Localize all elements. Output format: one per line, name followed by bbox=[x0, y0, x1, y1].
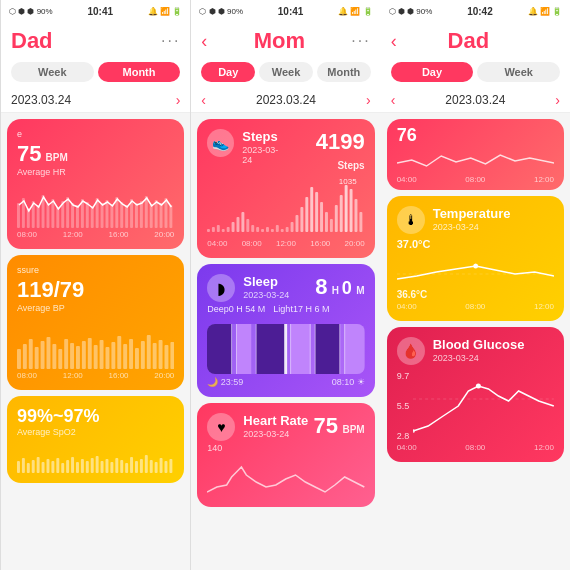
hr-mini-card-3: 76 04:00 08:00 12:00 bbox=[387, 119, 564, 190]
bp-chart-1 bbox=[17, 319, 174, 369]
svg-rect-86 bbox=[150, 460, 153, 473]
svg-rect-105 bbox=[276, 225, 279, 232]
svg-rect-27 bbox=[150, 204, 153, 228]
tab-week-3[interactable]: Week bbox=[477, 62, 560, 82]
hr-label-1: e bbox=[17, 129, 68, 139]
tab-bar-3: Day Week bbox=[381, 58, 570, 88]
svg-rect-36 bbox=[41, 341, 45, 369]
steps-date-2: 2023-03-24 bbox=[242, 145, 286, 165]
app-header-1: Dad ··· bbox=[1, 22, 190, 58]
bg-mid-3: 5.5 bbox=[397, 401, 410, 411]
tab-week-1[interactable]: Week bbox=[11, 62, 94, 82]
status-bar-3: ⬡ ⬢ ⬢ 90% 10:42 🔔 📶 🔋 bbox=[381, 0, 570, 22]
steps-title-2: Steps bbox=[242, 129, 286, 144]
time-2: 10:41 bbox=[278, 6, 304, 17]
content-2: 👟 Steps 2023-03-24 4199 Steps 1035 bbox=[191, 113, 380, 570]
tab-month-2[interactable]: Month bbox=[317, 62, 371, 82]
tab-month-1[interactable]: Month bbox=[98, 62, 181, 82]
svg-rect-7 bbox=[51, 199, 54, 228]
steps-icon-2: 👟 bbox=[207, 129, 234, 157]
blood-glucose-card-3: 🩸 Blood Glucose 2023-03-24 9.7 5.5 2.8 bbox=[387, 327, 564, 462]
svg-rect-100 bbox=[252, 225, 255, 232]
svg-rect-127 bbox=[315, 324, 340, 374]
sleep-times-2: 🌙 23:59 08:10 ☀ bbox=[207, 377, 364, 387]
date-row-3: ‹ 2023.03.24 › bbox=[381, 88, 570, 113]
panel-mom-day: ⬡ ⬢ ⬢ 90% 10:41 🔔 📶 🔋 ‹ Mom ··· Day Week… bbox=[191, 0, 380, 570]
svg-rect-94 bbox=[222, 229, 225, 232]
more-button-1[interactable]: ··· bbox=[161, 32, 180, 50]
svg-rect-31 bbox=[169, 205, 172, 228]
hr-min-2: 140 bbox=[207, 443, 364, 453]
sleep-info-2: Deep0 H 54 M Light17 H 6 M bbox=[207, 304, 364, 314]
back-button-3[interactable]: ‹ bbox=[391, 31, 397, 52]
svg-rect-70 bbox=[71, 457, 74, 473]
spo2-chart-1 bbox=[17, 443, 174, 473]
tab-day-3[interactable]: Day bbox=[391, 62, 474, 82]
bp-svg-1 bbox=[17, 319, 174, 369]
chevron-right-3[interactable]: › bbox=[555, 92, 560, 108]
svg-rect-124 bbox=[237, 324, 252, 374]
back-button-2[interactable]: ‹ bbox=[201, 31, 207, 52]
panel-dad-day: ⬡ ⬢ ⬢ 90% 10:42 🔔 📶 🔋 ‹ Dad Day Week ‹ 2… bbox=[381, 0, 570, 570]
sleep-start-2: 🌙 23:59 bbox=[207, 377, 243, 387]
sleep-value-m-2: 0 bbox=[342, 278, 352, 298]
svg-rect-88 bbox=[160, 458, 163, 473]
svg-rect-41 bbox=[70, 343, 74, 369]
svg-rect-84 bbox=[140, 459, 143, 473]
bp-time-labels-1: 08:00 12:00 16:00 20:00 bbox=[17, 371, 174, 380]
chevron-left-3[interactable]: ‹ bbox=[391, 92, 396, 108]
status-icons-left: ⬡ ⬢ ⬢ 90% bbox=[9, 7, 53, 16]
hr-mini-svg-3 bbox=[397, 148, 554, 173]
temp-title-3: Temperature bbox=[433, 206, 511, 221]
svg-rect-62 bbox=[32, 460, 35, 473]
svg-rect-90 bbox=[169, 459, 172, 473]
chevron-right-2[interactable]: › bbox=[366, 92, 371, 108]
svg-rect-101 bbox=[256, 227, 259, 232]
heart-rate-card-1: e 75 BPM Average HR bbox=[7, 119, 184, 249]
svg-rect-45 bbox=[94, 345, 98, 369]
svg-rect-4 bbox=[37, 205, 40, 228]
temp-date-3: 2023-03-24 bbox=[433, 222, 511, 232]
tab-day-2[interactable]: Day bbox=[201, 62, 255, 82]
status-bar-1: ⬡ ⬢ ⬢ 90% 10:41 🔔 📶 🔋 bbox=[1, 0, 190, 22]
svg-rect-81 bbox=[125, 463, 128, 473]
more-button-2[interactable]: ··· bbox=[351, 32, 370, 50]
deep-sleep-2: Deep0 H 54 M bbox=[207, 304, 265, 314]
steps-chart-2: 1035 bbox=[207, 177, 364, 237]
svg-rect-115 bbox=[325, 212, 328, 232]
svg-rect-39 bbox=[58, 349, 62, 369]
temp-icon-3: 🌡 bbox=[397, 206, 425, 234]
svg-rect-63 bbox=[37, 457, 40, 473]
temp-svg-3 bbox=[397, 254, 554, 289]
chevron-right-1[interactable]: › bbox=[176, 92, 181, 108]
sleep-end-2: 08:10 ☀ bbox=[332, 377, 365, 387]
svg-rect-107 bbox=[286, 227, 289, 232]
svg-rect-99 bbox=[247, 219, 250, 232]
svg-rect-44 bbox=[88, 338, 92, 369]
bg-max-3: 9.7 bbox=[397, 371, 410, 381]
app-title-1: Dad bbox=[11, 28, 53, 54]
svg-rect-126 bbox=[291, 324, 311, 374]
svg-rect-91 bbox=[207, 229, 210, 232]
svg-rect-69 bbox=[66, 460, 69, 473]
svg-rect-76 bbox=[101, 461, 104, 473]
bg-y-labels-3: 9.7 5.5 2.8 bbox=[397, 371, 414, 441]
hr-avg-1: Average HR bbox=[17, 167, 68, 177]
bg-time-labels-3: 04:00 08:00 12:00 bbox=[397, 443, 554, 452]
status-icons-left-2: ⬡ ⬢ ⬢ 90% bbox=[199, 7, 243, 16]
svg-rect-37 bbox=[46, 337, 50, 369]
tab-week-2[interactable]: Week bbox=[259, 62, 313, 82]
hr-mini-labels-3: 04:00 08:00 12:00 bbox=[397, 175, 554, 184]
svg-rect-65 bbox=[46, 459, 49, 473]
svg-rect-96 bbox=[232, 222, 235, 232]
svg-rect-51 bbox=[129, 339, 133, 369]
spo2-avg-1: Average SpO2 bbox=[17, 427, 100, 437]
hr-value-2: 75 bbox=[313, 413, 337, 438]
chevron-left-2[interactable]: ‹ bbox=[201, 92, 206, 108]
svg-rect-53 bbox=[141, 341, 145, 369]
svg-rect-25 bbox=[140, 201, 143, 228]
svg-rect-47 bbox=[105, 347, 109, 369]
bg-min-3: 2.8 bbox=[397, 431, 410, 441]
svg-rect-83 bbox=[135, 461, 138, 473]
sleep-icon-2: ◗ bbox=[207, 274, 235, 302]
